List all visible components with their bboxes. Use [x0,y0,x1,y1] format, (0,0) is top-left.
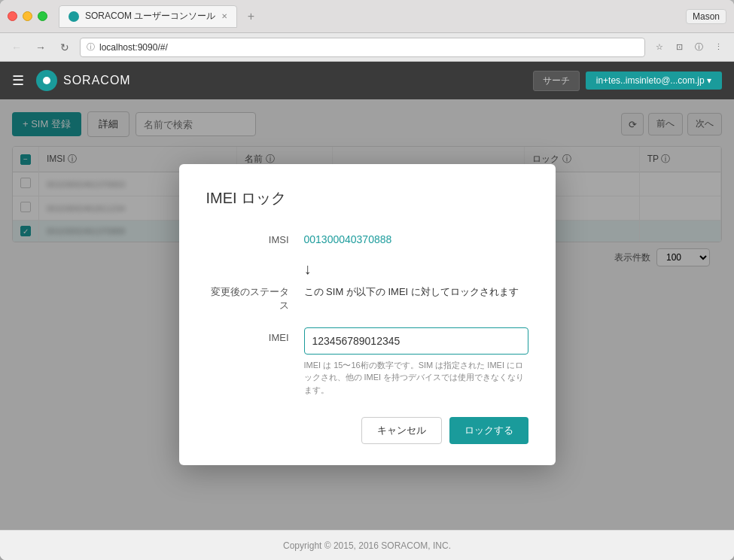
info-icon[interactable]: ⓘ [690,39,707,56]
imei-hint: IMEI は 15〜16桁の数字です。SIM は指定された IMEI にロックさ… [304,359,528,397]
tab-close-icon[interactable]: ✕ [221,12,227,20]
status-value: この SIM が以下の IMEI に対してロックされます [304,281,528,299]
maximize-button[interactable] [38,11,47,21]
imsi-value-container: 001300040370888 [304,230,528,245]
modal-imei-row: IMEI IMEI は 15〜16桁の数字です。SIM は指定された IMEI … [206,327,528,397]
tab-favicon [69,11,79,22]
app-bar-right: サーチ in+tes..imsinleto@...com.jp ▾ [533,71,722,91]
copyright-text: Copyright © 2015, 2016 SORACOM, INC. [283,540,451,551]
main-area: + SIM 登録 詳細 ⟳ 前へ 次へ − [0,99,734,530]
imei-label: IMEI [206,327,304,343]
arrow-down-icon: ↓ [304,260,528,278]
logo-circle [36,70,57,91]
user-menu-button[interactable]: in+tes..imsinleto@...com.jp ▾ [586,72,722,90]
page-footer: Copyright © 2015, 2016 SORACOM, INC. [0,530,734,560]
imei-input[interactable] [304,327,528,355]
tab-title: SORACOM ユーザーコンソール [85,10,215,23]
imsi-value: 001300040370888 [304,230,528,245]
url-text: localhost:9090/#/ [99,42,638,53]
url-bar[interactable]: ⓘ localhost:9090/#/ [80,38,645,57]
bookmark-icon[interactable]: ☆ [651,39,668,56]
tab-bar: SORACOM ユーザーコンソール ✕ + [59,5,686,28]
status-label: 変更後のステータス [206,281,304,312]
modal-imsi-row: IMSI 001300040370888 [206,230,528,245]
back-button[interactable]: ← [8,38,26,56]
imsi-label: IMSI [206,230,304,245]
logo-text: SORACOM [63,74,131,87]
soracom-logo: SORACOM [36,70,131,91]
modal-overlay: IMEI ロック IMSI 001300040370888 ↓ 変更後のステータ… [0,99,734,530]
address-bar: ← → ↻ ⓘ localhost:9090/#/ ☆ ⊡ ⓘ ⋮ [0,33,734,62]
app-bar: ☰ SORACOM サーチ in+tes..imsinleto@...com.j… [0,62,734,99]
minimize-button[interactable] [23,11,32,21]
imei-lock-modal: IMEI ロック IMSI 001300040370888 ↓ 変更後のステータ… [179,164,556,466]
url-actions: ☆ ⊡ ⓘ ⋮ [651,39,726,56]
status-text: この SIM が以下の IMEI に対してロックされます [304,281,528,299]
traffic-lights [8,11,47,21]
title-bar: SORACOM ユーザーコンソール ✕ + Mason [0,0,734,33]
logo-inner [43,77,50,84]
user-badge: Mason [686,9,726,24]
menu-icon[interactable]: ⋮ [710,39,726,56]
modal-footer: キャンセル ロックする [206,417,528,444]
hamburger-menu[interactable]: ☰ [12,72,24,89]
close-button[interactable] [8,11,17,21]
lock-button[interactable]: ロックする [449,417,528,444]
page-content: ☰ SORACOM サーチ in+tes..imsinleto@...com.j… [0,62,734,560]
imei-input-container: IMEI は 15〜16桁の数字です。SIM は指定された IMEI にロックさ… [304,327,528,397]
browser-window: SORACOM ユーザーコンソール ✕ + Mason ← → ↻ ⓘ loca… [0,0,734,560]
new-tab-button[interactable]: + [240,6,261,27]
modal-status-row: 変更後のステータス この SIM が以下の IMEI に対してロックされます [206,281,528,312]
search-bar-button[interactable]: サーチ [533,71,580,91]
modal-title: IMEI ロック [206,188,528,208]
reader-icon[interactable]: ⊡ [671,39,687,56]
reload-button[interactable]: ↻ [56,38,74,56]
cancel-button[interactable]: キャンセル [361,417,442,444]
active-tab[interactable]: SORACOM ユーザーコンソール ✕ [59,5,237,28]
lock-icon: ⓘ [87,41,95,53]
forward-button[interactable]: → [32,38,50,56]
